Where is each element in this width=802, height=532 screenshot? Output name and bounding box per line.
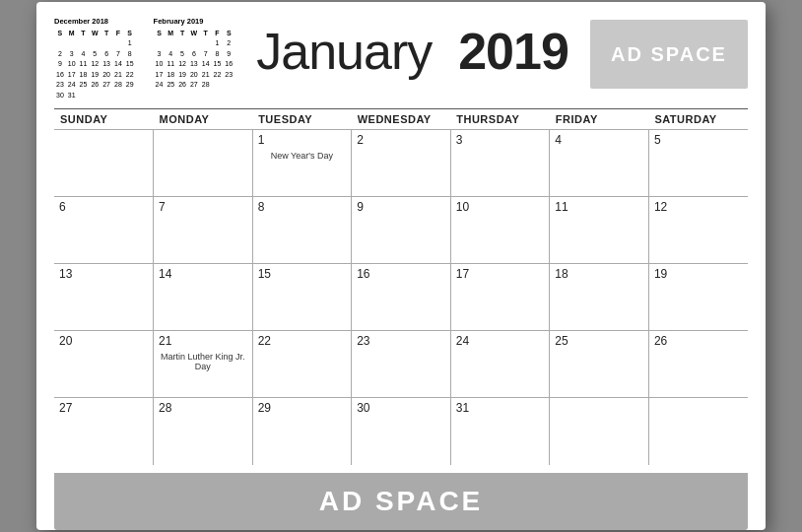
calendar-cell: 3 xyxy=(450,130,550,197)
calendar-cell: 25 xyxy=(550,331,649,398)
day-number: 16 xyxy=(357,267,445,281)
day-header: FRIDAY xyxy=(550,109,649,130)
calendar-cell: 4 xyxy=(550,130,649,197)
day-number: 18 xyxy=(555,267,643,281)
calendar-cell: 23 xyxy=(352,331,451,398)
day-number: 7 xyxy=(159,200,247,214)
day-number: 9 xyxy=(357,200,445,214)
day-number: 15 xyxy=(258,267,347,281)
day-number: 17 xyxy=(456,267,545,281)
day-number: 19 xyxy=(654,267,743,281)
calendar-cell: 22 xyxy=(252,331,352,398)
mini-calendars: December 2018SMTWTFS12345678910111213141… xyxy=(54,16,234,100)
day-number: 25 xyxy=(555,334,643,348)
calendar-cell: 16 xyxy=(352,264,451,331)
calendar-cell xyxy=(154,130,253,197)
day-number: 14 xyxy=(159,267,247,281)
calendar-cell: 9 xyxy=(352,197,451,264)
calendar-cell: 8 xyxy=(252,197,352,264)
calendar-cell: 11 xyxy=(550,197,649,264)
calendar-cell: 28 xyxy=(154,398,253,465)
calendar-cell: 6 xyxy=(54,197,154,264)
day-number: 31 xyxy=(456,401,545,415)
mini-calendar: December 2018SMTWTFS12345678910111213141… xyxy=(54,16,136,100)
calendar-cell: 14 xyxy=(154,264,253,331)
calendar-cell: 18 xyxy=(550,264,649,331)
calendar-cell: 30 xyxy=(352,398,451,465)
day-number: 20 xyxy=(59,334,148,348)
holiday-label: Martin Luther King Jr. Day xyxy=(159,352,247,371)
calendar-cell: 12 xyxy=(648,197,748,264)
day-number: 26 xyxy=(654,334,743,348)
day-number: 24 xyxy=(456,334,545,348)
calendar-cell xyxy=(550,398,649,465)
day-header: SATURDAY xyxy=(648,109,748,130)
calendar-cell: 13 xyxy=(54,264,154,331)
calendar-cell: 15 xyxy=(252,264,352,331)
day-number: 13 xyxy=(59,267,148,281)
day-header: TUESDAY xyxy=(252,109,352,130)
day-number: 21 xyxy=(159,334,247,348)
day-header: WEDNESDAY xyxy=(352,109,451,130)
calendar-cell xyxy=(648,398,748,465)
day-number: 8 xyxy=(258,200,347,214)
day-number: 30 xyxy=(357,401,445,415)
calendar-cell: 27 xyxy=(54,398,154,465)
calendar-cell: 10 xyxy=(450,197,550,264)
top-section: December 2018SMTWTFS12345678910111213141… xyxy=(54,16,748,100)
day-number: 27 xyxy=(59,401,148,415)
calendar-grid: SUNDAYMONDAYTUESDAYWEDNESDAYTHURSDAYFRID… xyxy=(54,108,748,465)
calendar-cell: 1New Year's Day xyxy=(252,130,352,197)
calendar-cell: 19 xyxy=(648,264,748,331)
day-number: 2 xyxy=(357,133,445,147)
calendar-cell: 7 xyxy=(154,197,253,264)
day-number: 12 xyxy=(654,200,743,214)
calendar-cell: 20 xyxy=(54,331,154,398)
day-number: 23 xyxy=(357,334,445,348)
day-number: 11 xyxy=(555,200,643,214)
day-number: 29 xyxy=(258,401,347,415)
calendar-cell: 24 xyxy=(450,331,550,398)
calendar-cell xyxy=(54,130,154,197)
day-number: 6 xyxy=(59,200,148,214)
day-number: 5 xyxy=(654,133,743,147)
day-header: THURSDAY xyxy=(450,109,550,130)
calendar-container: December 2018SMTWTFS12345678910111213141… xyxy=(36,2,766,529)
day-number: 28 xyxy=(159,401,247,415)
calendar-cell: 31 xyxy=(450,398,550,465)
day-number: 22 xyxy=(258,334,347,348)
holiday-label: New Year's Day xyxy=(258,151,347,161)
month-label: January xyxy=(256,23,432,80)
calendar-cell: 21Martin Luther King Jr. Day xyxy=(154,331,253,398)
mini-calendar: February 2019SMTWTFS12345678910111213141… xyxy=(154,16,235,100)
day-header: MONDAY xyxy=(154,109,253,130)
day-number: 4 xyxy=(555,133,643,147)
calendar-cell: 26 xyxy=(648,331,748,398)
calendar-cell: 5 xyxy=(648,130,748,197)
day-number: 1 xyxy=(258,133,347,147)
day-header: SUNDAY xyxy=(54,109,154,130)
calendar-cell: 17 xyxy=(450,264,550,331)
ad-space-bottom: AD SPACE xyxy=(54,473,748,530)
month-title: January 2019 xyxy=(234,16,590,77)
calendar-cell: 29 xyxy=(252,398,352,465)
day-number: 10 xyxy=(456,200,545,214)
day-number: 3 xyxy=(456,133,545,147)
year-label: 2019 xyxy=(458,23,568,80)
ad-space-top: AD SPACE xyxy=(590,20,748,89)
calendar-cell: 2 xyxy=(352,130,451,197)
